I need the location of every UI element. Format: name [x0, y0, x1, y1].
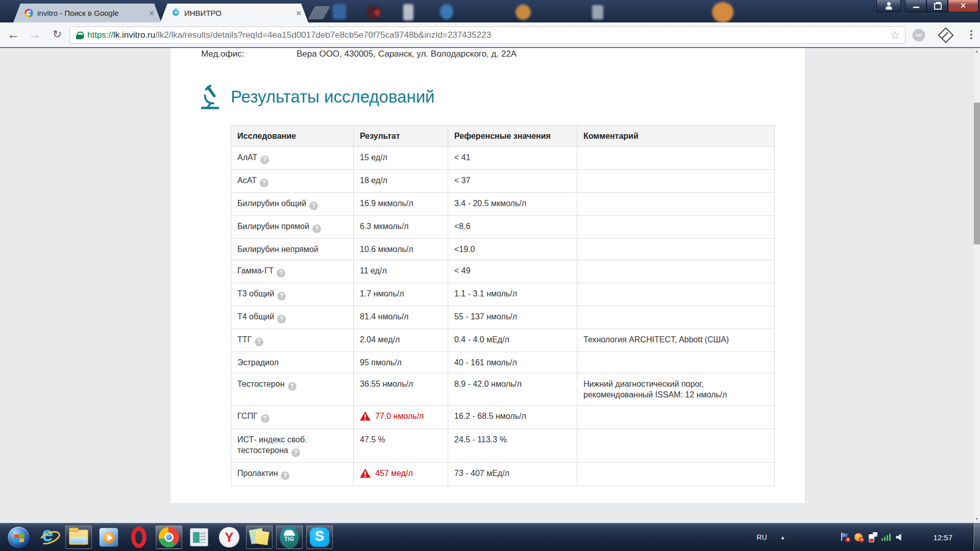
tab-title: ИНВИТРО	[184, 9, 290, 17]
adblock-extension-icon[interactable]	[911, 28, 926, 43]
google-favicon	[24, 9, 33, 17]
cell-result: 16.9 мкмоль/л	[354, 193, 448, 216]
result-value: 18 ед/л	[360, 176, 387, 185]
result-value: 15 ед/л	[360, 153, 387, 162]
reload-icon[interactable]: ↻	[48, 26, 66, 44]
col-header-result: Результат	[354, 126, 448, 147]
minimize-button[interactable]	[905, 0, 926, 12]
tab-close-icon[interactable]: ✕	[294, 9, 303, 17]
med-office-label: Мед.офис:	[201, 49, 297, 59]
test-name: Пролактин	[237, 469, 278, 478]
taskbar-tig-cloud-button[interactable]	[276, 525, 303, 549]
back-icon[interactable]: ←	[4, 26, 22, 44]
taskbar-app-window-button[interactable]	[186, 525, 212, 549]
result-value: 1.7 нмоль/л	[360, 289, 404, 298]
microscope-icon	[199, 85, 223, 109]
cell-comment	[577, 216, 775, 239]
cell-result: 15 ед/л	[354, 147, 448, 170]
help-question-icon[interactable]: ?	[309, 202, 318, 210]
cell-reference-range: 73 - 407 мЕд/л	[448, 463, 577, 486]
taskbar-clock[interactable]: 12:57	[933, 533, 952, 542]
test-name: ТТГ	[237, 335, 252, 344]
cell-test-name: ГСПГ?	[231, 406, 354, 429]
secure-lock-icon[interactable]	[76, 32, 83, 39]
help-question-icon[interactable]: ?	[291, 448, 300, 457]
scrollbar-thumb[interactable]	[974, 103, 980, 244]
action-center-flag-icon[interactable]: ✕	[840, 533, 849, 542]
cell-test-name: Т4 общий?	[231, 306, 354, 329]
table-row: Пролактин?457 мед/л73 - 407 мЕд/л	[231, 463, 775, 486]
cell-test-name: Билирубин прямой?	[231, 216, 354, 239]
show-hidden-icons-caret[interactable]: ▲	[780, 535, 786, 540]
help-question-icon[interactable]: ?	[312, 224, 321, 233]
scroll-down-icon[interactable]: ▼	[973, 516, 980, 523]
cell-result: 10.6 мкмоль/л	[354, 239, 448, 260]
cell-comment	[577, 147, 775, 170]
cell-test-name: Тестостерон?	[231, 373, 354, 406]
restore-button[interactable]	[926, 0, 948, 12]
alert-triangle-icon	[360, 411, 371, 423]
help-question-icon[interactable]: ?	[261, 414, 270, 423]
error-badge-icon: ✕	[859, 537, 864, 542]
help-question-icon[interactable]: ?	[277, 292, 286, 300]
taskbar-skype-button[interactable]	[306, 525, 333, 549]
browser-menu-icon[interactable]	[964, 28, 979, 43]
volume-speaker-icon[interactable]	[895, 533, 904, 542]
col-header-comment: Комментарий	[577, 126, 775, 147]
cell-reference-range: < 49	[448, 260, 577, 283]
help-question-icon[interactable]: ?	[277, 315, 286, 323]
scroll-up-icon[interactable]: ▲	[973, 48, 980, 55]
table-row: АсАТ?18 ед/л< 37	[231, 170, 775, 193]
taskbar-yandex-browser-button[interactable]	[216, 525, 242, 549]
cell-test-name: ИСТ- индекс своб. тестостерона?	[231, 429, 354, 463]
result-value: 47.5 %	[360, 435, 385, 444]
table-row: Гамма-ГТ?11 ед/л< 49	[231, 260, 775, 283]
result-value: 77.0 нмоль/л	[375, 412, 424, 420]
cell-reference-range: 24.5 - 113.3 %	[448, 429, 577, 463]
cell-comment	[577, 463, 775, 486]
help-question-icon[interactable]: ?	[288, 382, 297, 391]
bookmark-star-icon[interactable]: ☆	[890, 29, 900, 41]
test-name: Билирубин общий	[237, 199, 306, 208]
taskbar-internet-explorer-button[interactable]	[35, 525, 62, 549]
cell-comment	[577, 193, 775, 216]
tab-google-search[interactable]: invitro - Поиск в Google ✕	[13, 4, 161, 22]
taskbar-windows-explorer-button[interactable]	[65, 525, 92, 549]
chrome-icon	[159, 527, 179, 547]
taskbar-windows-start-button[interactable]	[5, 525, 32, 549]
table-row: Т4 общий?81.4 нмоль/л55 - 137 нмоль/л	[231, 306, 775, 329]
power-plug-icon[interactable]	[868, 533, 877, 542]
test-name: АлАТ	[237, 153, 257, 162]
tab-invitro[interactable]: ИНВИТРО ✕	[160, 4, 308, 22]
cell-result: 36.55 нмоль/л	[354, 373, 448, 406]
help-question-icon[interactable]: ?	[281, 471, 289, 480]
cell-comment	[577, 352, 775, 373]
close-button[interactable]	[948, 0, 978, 12]
cell-result: 95 пмоль/л	[354, 352, 448, 373]
result-value: 36.55 нмоль/л	[360, 380, 413, 388]
col-header-test: Исследование	[231, 126, 354, 147]
network-bars-icon[interactable]	[881, 533, 891, 542]
language-indicator[interactable]: RU	[756, 533, 767, 541]
help-question-icon[interactable]: ?	[277, 269, 285, 278]
cell-test-name: Билирубин общий?	[231, 193, 354, 216]
profile-button[interactable]	[876, 0, 901, 12]
table-row: ИСТ- индекс своб. тестостерона?47.5 %24.…	[231, 429, 775, 463]
help-question-icon[interactable]: ?	[260, 179, 268, 187]
url-text[interactable]: https://lk.invitro.ru/lk2/lka/results/de…	[87, 30, 885, 40]
address-bar[interactable]: https://lk.invitro.ru/lk2/lka/results/de…	[69, 27, 905, 44]
page-scrollbar[interactable]: ▲ ▼	[973, 48, 980, 523]
help-question-icon[interactable]: ?	[255, 338, 263, 346]
taskbar-media-player-button[interactable]	[95, 525, 122, 549]
extension-cube-icon[interactable]	[938, 28, 953, 43]
blocked-orange-icon[interactable]: ✕	[854, 533, 863, 542]
taskbar-sticky-notes-button[interactable]	[246, 525, 273, 549]
taskbar-opera-button[interactable]	[126, 525, 152, 549]
taskbar-chrome-button[interactable]	[156, 525, 182, 549]
cell-comment	[577, 170, 775, 193]
new-tab-button[interactable]	[308, 6, 330, 19]
help-question-icon[interactable]: ?	[260, 156, 269, 164]
cell-reference-range: <19.0	[448, 239, 577, 260]
tab-close-icon[interactable]: ✕	[147, 9, 156, 17]
show-desktop-button[interactable]	[973, 523, 980, 551]
